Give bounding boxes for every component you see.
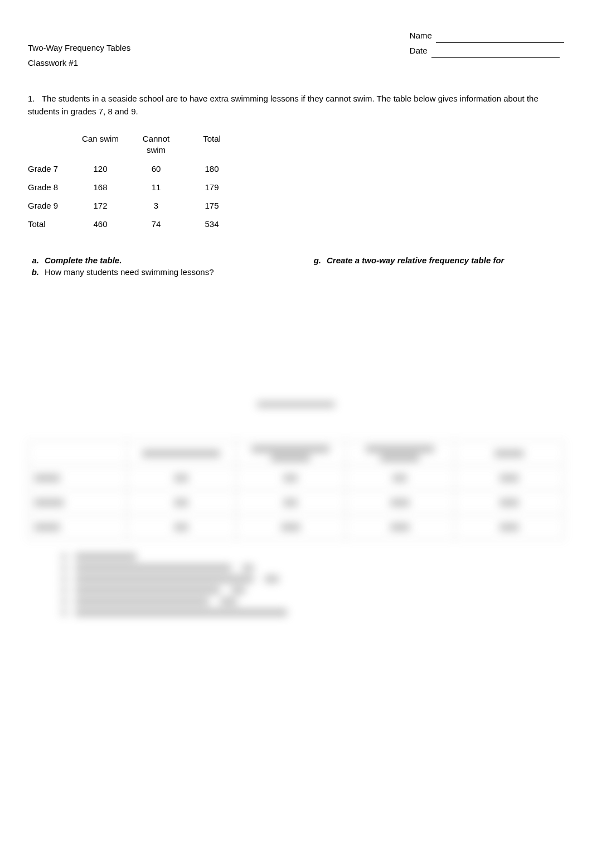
cell-value: 175: [184, 196, 240, 215]
row-label: Total: [28, 215, 72, 233]
sub-question-a: a. Complete the table.: [28, 255, 282, 265]
sub-question-g: g. Create a two-way relative frequency t…: [310, 255, 564, 265]
cell-value: 180: [184, 160, 240, 178]
blurred-preview-area: [28, 402, 564, 620]
sub-letter: b.: [28, 267, 45, 277]
cell-value: 534: [184, 215, 240, 233]
cell-value: 460: [72, 215, 128, 233]
table-header-total: Total: [184, 129, 240, 160]
blurred-table: [28, 441, 564, 539]
date-row: Date: [410, 43, 564, 58]
name-label: Name: [410, 31, 432, 40]
date-label: Date: [410, 46, 428, 55]
sub-text: Create a two-way relative frequency tabl…: [327, 255, 564, 265]
table-header-blank: [28, 129, 72, 160]
table-row: Total 460 74 534: [28, 215, 240, 233]
blurred-heading: [257, 402, 335, 407]
sub-questions-right: g. Create a two-way relative frequency t…: [310, 255, 564, 279]
cell-value: 179: [184, 178, 240, 196]
cell-value: 74: [128, 215, 184, 233]
frequency-table: Can swim Cannotswim Total Grade 7 120 60…: [28, 129, 240, 233]
cell-value: 3: [128, 196, 184, 215]
sub-text: How many students need swimming lessons?: [45, 267, 282, 277]
question-text: The students in a seaside school are to …: [28, 94, 538, 116]
header-area: Name Date Two-Way Frequency Tables Class…: [28, 28, 564, 70]
sub-letter: g.: [310, 255, 327, 265]
cell-value: 168: [72, 178, 128, 196]
blurred-list: [28, 553, 564, 616]
table-header-can-swim: Can swim: [72, 129, 128, 160]
cell-value: 11: [128, 178, 184, 196]
name-row: Name: [410, 28, 564, 43]
cell-value: 60: [128, 160, 184, 178]
table-row: Grade 8 168 11 179: [28, 178, 240, 196]
question-1: 1. The students in a seaside school are …: [28, 93, 564, 118]
sub-letter: a.: [28, 255, 45, 265]
sub-text: Complete the table.: [45, 255, 282, 265]
row-label: Grade 8: [28, 178, 72, 196]
table-row: Grade 7 120 60 180: [28, 160, 240, 178]
name-date-block: Name Date: [410, 28, 564, 58]
sub-questions: a. Complete the table. b. How many stude…: [28, 255, 564, 279]
cell-value: 172: [72, 196, 128, 215]
row-label: Grade 9: [28, 196, 72, 215]
date-blank-line: [431, 57, 560, 58]
sub-question-b: b. How many students need swimming lesso…: [28, 267, 282, 277]
table-row: Grade 9 172 3 175: [28, 196, 240, 215]
cell-value: 120: [72, 160, 128, 178]
table-header-row: Can swim Cannotswim Total: [28, 129, 240, 160]
table-header-cannot-swim: Cannotswim: [128, 129, 184, 160]
sub-questions-left: a. Complete the table. b. How many stude…: [28, 255, 282, 279]
row-label: Grade 7: [28, 160, 72, 178]
question-number: 1.: [28, 94, 35, 103]
